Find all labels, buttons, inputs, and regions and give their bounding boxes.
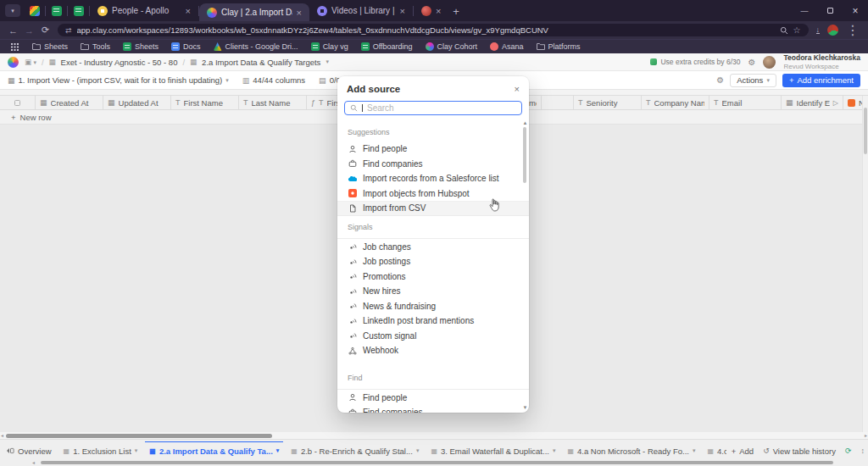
run-column-icon[interactable]: ▷ bbox=[833, 99, 838, 107]
bookmark-sheets[interactable]: Sheets bbox=[123, 42, 159, 51]
profile-avatar[interactable] bbox=[827, 25, 838, 36]
find-item-find-people[interactable]: Find people bbox=[337, 391, 529, 406]
minimize-button[interactable]: — bbox=[792, 0, 817, 21]
close-tab-icon[interactable]: × bbox=[400, 6, 405, 16]
source-item-find-companies[interactable]: Find companies bbox=[337, 157, 529, 172]
bookmark-clay-vg[interactable]: Clay vg bbox=[311, 42, 348, 51]
column-header-updated-at[interactable]: ▦Updated At bbox=[103, 96, 171, 109]
bookmark-clay-cohort[interactable]: Clay Cohort bbox=[426, 42, 478, 51]
column-header-identify-email-type[interactable]: ▦Identify Email Type a...▷ bbox=[782, 96, 843, 109]
close-window-button[interactable]: × bbox=[843, 0, 868, 21]
scrollbar-thumb[interactable] bbox=[6, 434, 272, 438]
signal-item-news-fundraising[interactable]: News & fundraising bbox=[337, 299, 529, 314]
clay-logo[interactable] bbox=[8, 57, 19, 68]
column-header-last-name[interactable]: TLast Name bbox=[239, 96, 307, 109]
bookmark-drive[interactable]: Clients - Google Dri... bbox=[214, 42, 298, 51]
close-tab-icon[interactable]: × bbox=[436, 6, 441, 16]
gear-icon[interactable]: ⚙ bbox=[748, 58, 755, 67]
menu-kebab-icon[interactable]: ⋮ bbox=[846, 22, 860, 38]
overview-button[interactable]: Overview bbox=[6, 447, 52, 456]
signal-item-custom-signal[interactable]: Custom signal bbox=[337, 329, 529, 344]
sheet-tab-non-microsoft[interactable]: ▦4.a Non Microsoft - Ready Fo...▾ bbox=[567, 447, 695, 456]
modal-scrollbar[interactable]: ▲ ▼ bbox=[521, 120, 528, 410]
signal-item-linkedin-mentions[interactable]: LinkedIn post brand mentions bbox=[337, 313, 529, 329]
column-header-company-name[interactable]: TCompany Name for E... bbox=[642, 96, 709, 109]
bookmark-folder-sheets[interactable]: Sheets bbox=[32, 42, 68, 51]
scrollbar-thumb[interactable] bbox=[523, 127, 526, 183]
sheet-tab-exclusion-list[interactable]: ▦1. Exclusion List▾ bbox=[64, 447, 138, 456]
column-header-email[interactable]: TEmail bbox=[709, 96, 782, 109]
scrollbar-thumb[interactable] bbox=[864, 108, 867, 154]
scrollbar-thumb[interactable] bbox=[41, 461, 833, 464]
credits-badge[interactable]: Use extra credits by 6/30 bbox=[650, 58, 740, 66]
close-tab-icon[interactable]: × bbox=[186, 6, 191, 16]
reload-button[interactable]: ⟳ bbox=[37, 25, 53, 36]
select-all-cell[interactable] bbox=[0, 96, 36, 109]
maximize-button[interactable] bbox=[817, 0, 843, 21]
breadcrumb-table[interactable]: 2.a Import Data & Qualify Targets bbox=[202, 58, 320, 67]
column-header-seniority[interactable]: TSeniority bbox=[574, 96, 642, 109]
source-item-import-csv[interactable]: Import from CSV bbox=[337, 201, 529, 216]
refresh-icon[interactable]: ⟳ bbox=[845, 447, 852, 455]
resize-icon[interactable]: ↕ bbox=[861, 447, 865, 455]
bookmark-star-icon[interactable]: ☆ bbox=[793, 25, 801, 35]
address-bar[interactable]: ⇄ app.clay.com/workspaces/12893/workbook… bbox=[58, 24, 809, 36]
view-table-history-button[interactable]: ↺View table history bbox=[763, 447, 836, 456]
folder-icon[interactable]: ▣ ▾ bbox=[25, 58, 36, 66]
breadcrumb-workbook[interactable]: Exet - Industry Agnostic - 50 - 80 bbox=[61, 58, 178, 67]
signal-item-new-hires[interactable]: New hires bbox=[337, 284, 529, 299]
apps-grid-icon[interactable] bbox=[10, 42, 19, 52]
user-avatar[interactable] bbox=[763, 56, 776, 69]
scroll-left-icon[interactable]: ◂ bbox=[1, 432, 3, 439]
column-header-first-name[interactable]: TFirst Name bbox=[171, 96, 239, 109]
signal-item-job-postings[interactable]: Job postings bbox=[337, 254, 529, 269]
columns-button[interactable]: ▥44/44 columns bbox=[242, 75, 305, 85]
source-item-salesforce[interactable]: Import records from a Salesforce list bbox=[337, 171, 529, 186]
download-icon[interactable]: ↓ bbox=[816, 26, 821, 34]
site-info-icon[interactable]: ⇄ bbox=[65, 26, 72, 35]
user-info[interactable]: Teodora KlechkaroskaRevud Workspace bbox=[783, 53, 860, 71]
chevron-down-icon[interactable]: ▾ bbox=[326, 58, 329, 65]
signal-item-job-changes[interactable]: Job changes bbox=[337, 240, 529, 255]
tab-people-apollo[interactable]: People - Apollo × bbox=[90, 0, 198, 21]
bookmark-docs[interactable]: Docs bbox=[171, 42, 201, 51]
bookmark-folder-platforms[interactable]: Platforms bbox=[537, 42, 581, 51]
source-item-find-people[interactable]: Find people bbox=[337, 141, 529, 157]
pinned-tab-1[interactable] bbox=[24, 0, 45, 21]
scroll-up-icon[interactable]: ▲ bbox=[523, 120, 528, 125]
sheet-tab-re-enrich[interactable]: ▦2.b - Re-Enrich & Qualify Stal...▾ bbox=[291, 447, 419, 456]
add-enrichment-button[interactable]: +Add enrichment bbox=[782, 74, 860, 87]
tab-mini[interactable]: × bbox=[414, 0, 446, 21]
modal-search-input[interactable]: Search bbox=[344, 101, 522, 115]
add-table-button[interactable]: +Add bbox=[732, 447, 754, 456]
back-button[interactable]: ← bbox=[5, 25, 21, 36]
table-vertical-scrollbar[interactable] bbox=[862, 96, 868, 432]
close-tab-icon[interactable]: × bbox=[297, 8, 302, 18]
source-item-hubspot[interactable]: Import objects from Hubspot bbox=[337, 186, 529, 202]
forward-button[interactable]: → bbox=[21, 25, 37, 36]
bookmark-folder-tools[interactable]: Tools bbox=[81, 42, 110, 51]
pinned-tab-2[interactable] bbox=[46, 0, 67, 21]
signal-item-promotions[interactable]: Promotions bbox=[337, 269, 529, 285]
actions-button[interactable]: Actions▾ bbox=[730, 74, 776, 87]
sheet-tab-email-waterfall[interactable]: ▦3. Email Waterfall & Duplicat...▾ bbox=[431, 447, 555, 456]
tab-search-button[interactable]: ▾ bbox=[5, 4, 20, 17]
tabs-scroll-left-icon[interactable]: ◂ bbox=[32, 460, 35, 465]
tab-clay-active[interactable]: Clay | 2.a Import Data & Quali × bbox=[199, 3, 309, 21]
zoom-page-icon[interactable] bbox=[780, 26, 788, 35]
pinned-tab-3[interactable] bbox=[68, 0, 89, 21]
tab-loom[interactable]: Videos | Library | Loom × bbox=[309, 0, 413, 21]
sheet-tab-import-data-active[interactable]: ▦2.a Import Data & Qualify Ta...▾ bbox=[149, 447, 279, 456]
settings-gear-icon[interactable]: ⚙ bbox=[716, 75, 724, 85]
scroll-down-icon[interactable]: ▼ bbox=[523, 405, 528, 410]
find-item-find-companies-clipped[interactable]: Find companies bbox=[337, 405, 529, 413]
view-selector[interactable]: ▦1. Import View - (import CSV, wait for … bbox=[8, 75, 229, 85]
tabs-scrollbar[interactable] bbox=[41, 461, 833, 464]
column-header-created-at[interactable]: ▦Created At bbox=[36, 96, 103, 109]
bookmark-offboarding[interactable]: Offboarding bbox=[361, 42, 413, 51]
signal-item-webhook[interactable]: Webhook bbox=[337, 343, 529, 358]
close-icon[interactable]: × bbox=[515, 84, 520, 94]
scroll-right-icon[interactable]: ▸ bbox=[865, 432, 867, 439]
new-tab-button[interactable]: + bbox=[446, 5, 466, 18]
column-header-narrow[interactable] bbox=[542, 96, 574, 109]
